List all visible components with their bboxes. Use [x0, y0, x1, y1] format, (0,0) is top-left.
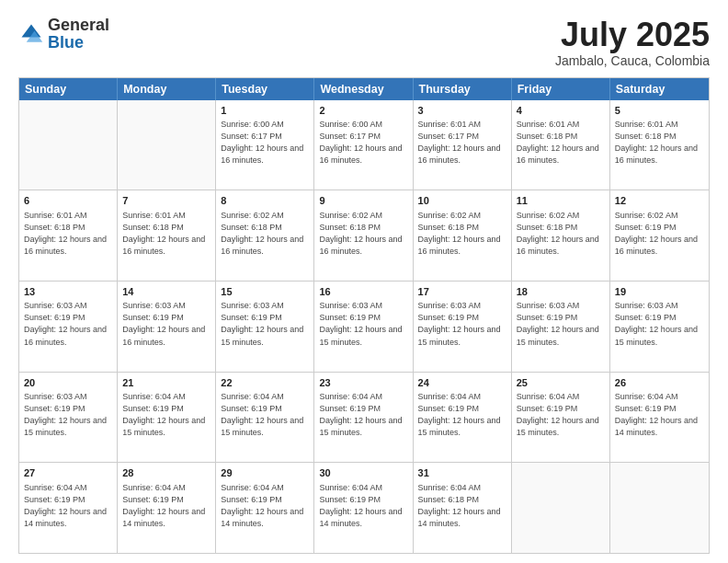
day-number: 24	[418, 376, 506, 390]
calendar-week-row: 20Sunrise: 6:03 AMSunset: 6:19 PMDayligh…	[19, 372, 709, 463]
day-info: Sunrise: 6:04 AMSunset: 6:19 PMDaylight:…	[418, 391, 506, 439]
logo-text: General Blue	[48, 17, 109, 52]
day-of-week-header: Friday	[512, 78, 610, 100]
day-number: 31	[418, 466, 506, 480]
day-number: 10	[418, 194, 506, 208]
month-title: July 2025	[555, 17, 710, 53]
day-number: 12	[615, 194, 704, 208]
calendar-day-cell: 9Sunrise: 6:02 AMSunset: 6:18 PMDaylight…	[314, 190, 413, 281]
calendar-day-cell: 25Sunrise: 6:04 AMSunset: 6:19 PMDayligh…	[512, 373, 610, 463]
day-of-week-header: Saturday	[610, 78, 709, 100]
day-info: Sunrise: 6:04 AMSunset: 6:19 PMDaylight:…	[319, 482, 407, 530]
calendar-day-cell: 16Sunrise: 6:03 AMSunset: 6:19 PMDayligh…	[314, 282, 413, 372]
calendar-body: 1Sunrise: 6:00 AMSunset: 6:17 PMDaylight…	[19, 100, 709, 553]
day-info: Sunrise: 6:04 AMSunset: 6:19 PMDaylight:…	[221, 391, 309, 439]
day-number: 6	[24, 194, 112, 208]
calendar-week-row: 1Sunrise: 6:00 AMSunset: 6:17 PMDaylight…	[19, 100, 709, 190]
day-info: Sunrise: 6:02 AMSunset: 6:18 PMDaylight:…	[418, 210, 506, 258]
day-number: 7	[122, 194, 210, 208]
calendar-week-row: 6Sunrise: 6:01 AMSunset: 6:18 PMDaylight…	[19, 190, 709, 281]
calendar-day-cell: 27Sunrise: 6:04 AMSunset: 6:19 PMDayligh…	[19, 463, 118, 553]
day-number: 16	[319, 285, 407, 299]
logo-general: General	[48, 16, 109, 34]
calendar-day-cell: 13Sunrise: 6:03 AMSunset: 6:19 PMDayligh…	[19, 282, 118, 372]
day-number: 11	[517, 194, 605, 208]
calendar-day-cell: 23Sunrise: 6:04 AMSunset: 6:19 PMDayligh…	[314, 373, 413, 463]
calendar-day-cell: 28Sunrise: 6:04 AMSunset: 6:19 PMDayligh…	[118, 463, 216, 553]
calendar-header: SundayMondayTuesdayWednesdayThursdayFrid…	[19, 78, 709, 100]
page: General Blue July 2025 Jambalo, Cauca, C…	[0, 0, 728, 563]
day-info: Sunrise: 6:02 AMSunset: 6:18 PMDaylight:…	[221, 210, 309, 258]
day-number: 25	[517, 376, 605, 390]
calendar-day-cell: 29Sunrise: 6:04 AMSunset: 6:19 PMDayligh…	[216, 463, 314, 553]
day-info: Sunrise: 6:03 AMSunset: 6:19 PMDaylight:…	[24, 300, 112, 348]
day-info: Sunrise: 6:02 AMSunset: 6:18 PMDaylight:…	[319, 210, 407, 258]
day-info: Sunrise: 6:03 AMSunset: 6:19 PMDaylight:…	[418, 300, 506, 348]
day-number: 18	[517, 285, 605, 299]
calendar-day-cell: 1Sunrise: 6:00 AMSunset: 6:17 PMDaylight…	[216, 100, 314, 190]
day-info: Sunrise: 6:04 AMSunset: 6:19 PMDaylight:…	[517, 391, 605, 439]
day-info: Sunrise: 6:01 AMSunset: 6:18 PMDaylight:…	[122, 210, 210, 258]
day-info: Sunrise: 6:02 AMSunset: 6:19 PMDaylight:…	[615, 210, 704, 258]
day-info: Sunrise: 6:03 AMSunset: 6:19 PMDaylight:…	[517, 300, 605, 348]
day-info: Sunrise: 6:03 AMSunset: 6:19 PMDaylight:…	[24, 391, 112, 439]
day-info: Sunrise: 6:03 AMSunset: 6:19 PMDaylight:…	[221, 300, 309, 348]
day-number: 28	[122, 466, 210, 480]
calendar-day-cell	[19, 100, 118, 190]
day-info: Sunrise: 6:04 AMSunset: 6:19 PMDaylight:…	[319, 391, 407, 439]
day-of-week-header: Monday	[118, 78, 216, 100]
day-number: 29	[221, 466, 309, 480]
title-block: July 2025 Jambalo, Cauca, Colombia	[555, 17, 710, 68]
day-info: Sunrise: 6:01 AMSunset: 6:17 PMDaylight:…	[418, 119, 506, 167]
calendar-day-cell: 3Sunrise: 6:01 AMSunset: 6:17 PMDaylight…	[414, 100, 512, 190]
location: Jambalo, Cauca, Colombia	[555, 53, 710, 68]
calendar-week-row: 13Sunrise: 6:03 AMSunset: 6:19 PMDayligh…	[19, 281, 709, 372]
day-info: Sunrise: 6:04 AMSunset: 6:19 PMDaylight:…	[615, 391, 704, 439]
day-info: Sunrise: 6:02 AMSunset: 6:18 PMDaylight:…	[517, 210, 605, 258]
calendar-day-cell: 12Sunrise: 6:02 AMSunset: 6:19 PMDayligh…	[610, 190, 709, 281]
day-number: 15	[221, 285, 309, 299]
day-number: 8	[221, 194, 309, 208]
day-number: 30	[319, 466, 407, 480]
day-number: 9	[319, 194, 407, 208]
day-info: Sunrise: 6:00 AMSunset: 6:17 PMDaylight:…	[221, 119, 309, 167]
day-of-week-header: Thursday	[414, 78, 512, 100]
calendar-day-cell: 10Sunrise: 6:02 AMSunset: 6:18 PMDayligh…	[414, 190, 512, 281]
calendar-day-cell: 31Sunrise: 6:04 AMSunset: 6:18 PMDayligh…	[414, 463, 512, 553]
calendar-day-cell: 8Sunrise: 6:02 AMSunset: 6:18 PMDaylight…	[216, 190, 314, 281]
day-info: Sunrise: 6:01 AMSunset: 6:18 PMDaylight:…	[517, 119, 605, 167]
day-number: 27	[24, 466, 112, 480]
calendar-day-cell: 21Sunrise: 6:04 AMSunset: 6:19 PMDayligh…	[118, 373, 216, 463]
day-info: Sunrise: 6:04 AMSunset: 6:19 PMDaylight:…	[122, 391, 210, 439]
calendar-day-cell: 19Sunrise: 6:03 AMSunset: 6:19 PMDayligh…	[610, 282, 709, 372]
logo: General Blue	[18, 17, 109, 52]
day-of-week-header: Wednesday	[314, 78, 413, 100]
calendar-day-cell: 22Sunrise: 6:04 AMSunset: 6:19 PMDayligh…	[216, 373, 314, 463]
logo-icon	[18, 21, 44, 47]
calendar-day-cell: 6Sunrise: 6:01 AMSunset: 6:18 PMDaylight…	[19, 190, 118, 281]
calendar-day-cell: 26Sunrise: 6:04 AMSunset: 6:19 PMDayligh…	[610, 373, 709, 463]
day-number: 19	[615, 285, 704, 299]
day-number: 2	[319, 104, 407, 118]
day-info: Sunrise: 6:03 AMSunset: 6:19 PMDaylight:…	[319, 300, 407, 348]
calendar-day-cell: 7Sunrise: 6:01 AMSunset: 6:18 PMDaylight…	[118, 190, 216, 281]
calendar-day-cell: 17Sunrise: 6:03 AMSunset: 6:19 PMDayligh…	[414, 282, 512, 372]
calendar: SundayMondayTuesdayWednesdayThursdayFrid…	[18, 77, 710, 554]
calendar-day-cell	[118, 100, 216, 190]
day-number: 21	[122, 376, 210, 390]
day-number: 22	[221, 376, 309, 390]
day-number: 1	[221, 104, 309, 118]
day-info: Sunrise: 6:03 AMSunset: 6:19 PMDaylight:…	[122, 300, 210, 348]
day-number: 14	[122, 285, 210, 299]
day-info: Sunrise: 6:00 AMSunset: 6:17 PMDaylight:…	[319, 119, 407, 167]
calendar-day-cell: 5Sunrise: 6:01 AMSunset: 6:18 PMDaylight…	[610, 100, 709, 190]
day-number: 17	[418, 285, 506, 299]
day-info: Sunrise: 6:01 AMSunset: 6:18 PMDaylight:…	[24, 210, 112, 258]
day-of-week-header: Sunday	[19, 78, 118, 100]
calendar-day-cell: 20Sunrise: 6:03 AMSunset: 6:19 PMDayligh…	[19, 373, 118, 463]
calendar-day-cell: 18Sunrise: 6:03 AMSunset: 6:19 PMDayligh…	[512, 282, 610, 372]
calendar-day-cell: 4Sunrise: 6:01 AMSunset: 6:18 PMDaylight…	[512, 100, 610, 190]
calendar-day-cell: 24Sunrise: 6:04 AMSunset: 6:19 PMDayligh…	[414, 373, 512, 463]
calendar-day-cell: 30Sunrise: 6:04 AMSunset: 6:19 PMDayligh…	[314, 463, 413, 553]
logo-blue: Blue	[48, 33, 84, 52]
